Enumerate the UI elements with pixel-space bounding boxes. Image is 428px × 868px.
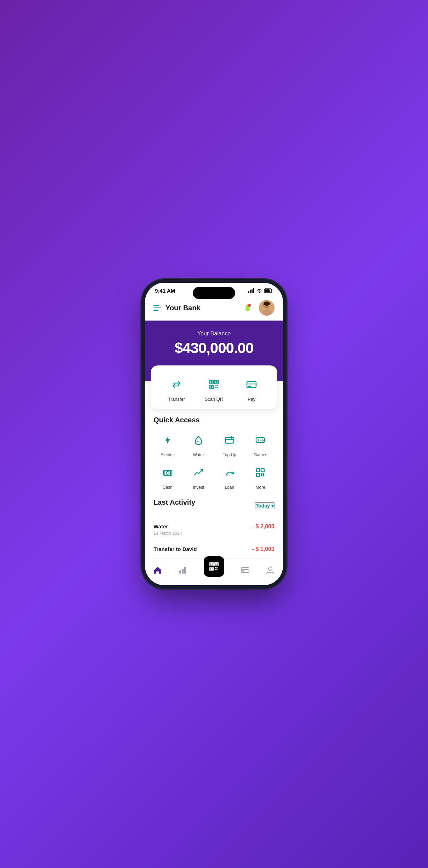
menu-line-2 bbox=[154, 307, 161, 309]
svg-rect-57 bbox=[215, 568, 216, 569]
pay-icon bbox=[242, 375, 261, 394]
svg-rect-17 bbox=[215, 385, 216, 386]
electric-quick-item[interactable]: Electric bbox=[154, 430, 182, 457]
electric-label: Electric bbox=[161, 452, 174, 457]
water-label: Water bbox=[193, 452, 204, 457]
svg-rect-19 bbox=[215, 387, 216, 388]
scan-qr-icon bbox=[205, 375, 223, 394]
activity-amount: - $ 2,000 bbox=[252, 523, 274, 530]
loan-label: Loan bbox=[225, 485, 234, 490]
svg-rect-58 bbox=[241, 568, 249, 573]
invest-quick-item[interactable]: Invest bbox=[185, 463, 213, 490]
battery-icon bbox=[264, 288, 273, 293]
svg-rect-5 bbox=[265, 289, 270, 292]
more-icon bbox=[251, 463, 270, 482]
svg-rect-60 bbox=[242, 570, 244, 571]
activity-name: Water bbox=[154, 523, 182, 529]
menu-line-3 bbox=[154, 310, 158, 311]
topup-label: Top Up bbox=[223, 452, 236, 457]
svg-rect-46 bbox=[184, 567, 186, 574]
cash-label: Cash bbox=[163, 485, 173, 490]
svg-rect-50 bbox=[210, 563, 213, 565]
svg-rect-43 bbox=[263, 475, 264, 476]
cash-icon bbox=[158, 463, 177, 482]
cash-quick-item[interactable]: Cash bbox=[154, 463, 182, 490]
invest-label: Invest bbox=[193, 485, 204, 490]
svg-rect-16 bbox=[211, 386, 213, 388]
notification-bell[interactable] bbox=[241, 301, 254, 314]
app-header: Your Bank bbox=[145, 297, 283, 321]
svg-rect-14 bbox=[211, 381, 213, 383]
games-label: Games bbox=[254, 452, 267, 457]
nav-profile[interactable] bbox=[266, 565, 275, 575]
user-avatar[interactable] bbox=[259, 300, 274, 316]
pay-action[interactable]: Pay bbox=[242, 375, 261, 402]
svg-rect-3 bbox=[253, 288, 254, 293]
invest-icon bbox=[189, 463, 208, 482]
last-activity-section: Last Activity Today ▾ Water 14 March 202… bbox=[145, 490, 283, 559]
svg-rect-42 bbox=[261, 475, 262, 476]
activity-item-info: Water 14 March 2024 bbox=[154, 523, 182, 536]
scan-qr-action[interactable]: Scan QR bbox=[205, 375, 224, 402]
menu-line-1 bbox=[154, 305, 159, 306]
app-title: Your Bank bbox=[166, 304, 201, 312]
nav-stats[interactable] bbox=[178, 565, 187, 575]
balance-amount: $430,000.00 bbox=[154, 340, 274, 357]
loan-icon bbox=[220, 463, 239, 482]
loan-quick-item[interactable]: Loan bbox=[215, 463, 244, 490]
activity-item-water: Water 14 March 2024 - $ 2,000 bbox=[154, 518, 274, 541]
svg-rect-15 bbox=[216, 381, 218, 383]
water-quick-item[interactable]: Water bbox=[185, 430, 213, 457]
svg-rect-41 bbox=[263, 473, 264, 475]
nav-qr-scan[interactable] bbox=[204, 556, 224, 577]
activity-filter-btn[interactable]: Today ▾ bbox=[255, 502, 274, 509]
status-icons bbox=[248, 288, 273, 293]
games-icon bbox=[251, 430, 270, 450]
svg-rect-22 bbox=[247, 383, 256, 385]
quick-access-grid: Electric Water bbox=[154, 430, 274, 490]
svg-rect-25 bbox=[225, 438, 234, 443]
nav-card[interactable] bbox=[241, 565, 250, 575]
svg-rect-23 bbox=[248, 386, 251, 387]
activity-header: Last Activity Today ▾ bbox=[154, 498, 274, 513]
transfer-label: Transfer bbox=[168, 397, 185, 402]
svg-rect-37 bbox=[256, 469, 260, 472]
header-left: Your Bank bbox=[154, 304, 201, 312]
activity-item-info-2: Transfer to David bbox=[154, 546, 197, 553]
topup-icon bbox=[220, 430, 239, 450]
svg-marker-24 bbox=[166, 436, 170, 444]
svg-rect-18 bbox=[217, 385, 218, 386]
svg-rect-20 bbox=[217, 387, 218, 388]
svg-point-31 bbox=[261, 440, 262, 441]
menu-button[interactable] bbox=[154, 305, 161, 311]
header-right bbox=[241, 300, 274, 316]
transfer-action[interactable]: Transfer bbox=[167, 375, 186, 402]
dynamic-island bbox=[193, 287, 235, 299]
svg-rect-39 bbox=[256, 473, 260, 476]
activity-amount-2: - $ 1,000 bbox=[252, 546, 274, 552]
electric-icon bbox=[158, 430, 177, 450]
nav-home[interactable] bbox=[153, 565, 162, 575]
svg-point-30 bbox=[263, 440, 264, 441]
svg-rect-44 bbox=[179, 570, 181, 574]
more-quick-item[interactable]: More bbox=[247, 463, 275, 490]
balance-label: Your Balance bbox=[154, 330, 274, 337]
svg-point-32 bbox=[262, 441, 263, 442]
signal-icon bbox=[248, 288, 254, 293]
topup-quick-item[interactable]: Top Up bbox=[215, 430, 244, 457]
activity-name-2: Transfer to David bbox=[154, 546, 197, 552]
svg-rect-40 bbox=[261, 473, 262, 475]
wifi-icon bbox=[256, 289, 262, 293]
quick-access-title: Quick Access bbox=[154, 416, 274, 424]
svg-point-61 bbox=[268, 567, 272, 570]
phone-frame: 9:41 AM bbox=[145, 283, 283, 585]
activity-date: 14 March 2024 bbox=[154, 531, 182, 536]
water-icon bbox=[189, 430, 208, 450]
svg-rect-45 bbox=[182, 569, 184, 574]
svg-point-29 bbox=[262, 439, 263, 440]
transfer-icon bbox=[167, 375, 186, 394]
scan-qr-label: Scan QR bbox=[205, 397, 224, 402]
pay-label: Pay bbox=[248, 397, 255, 402]
svg-rect-51 bbox=[215, 563, 218, 565]
games-quick-item[interactable]: Games bbox=[247, 430, 275, 457]
